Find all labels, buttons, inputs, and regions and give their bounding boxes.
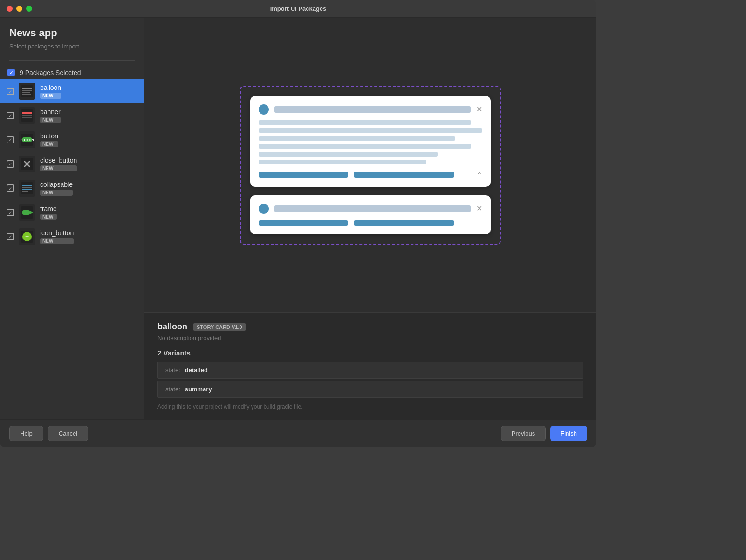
pkg-name-balloon: balloon — [40, 84, 61, 91]
card-dot — [259, 104, 269, 115]
pkg-checkbox-collapsable[interactable] — [7, 184, 14, 192]
card-footer-btn-2 — [354, 172, 454, 178]
variants-section: 2 Variants state: detailed state: summar… — [157, 349, 583, 398]
pkg-checkbox-close-button[interactable] — [7, 160, 14, 168]
detail-panel: balloon STORY CARD V1.0 No description p… — [144, 312, 596, 419]
variants-title: 2 Variants — [157, 349, 191, 357]
card-line-5 — [259, 152, 438, 157]
bottom-bar: Help Cancel Previous Finish — [0, 419, 596, 447]
package-item-frame[interactable]: frame NEW — [0, 200, 144, 225]
card-title-line-summary — [274, 205, 471, 212]
pkg-name-close-button: close_button — [40, 157, 77, 164]
card-line-1 — [259, 120, 471, 125]
package-item-close-button[interactable]: close_button NEW — [0, 152, 144, 176]
detail-pkg-name: balloon — [157, 322, 187, 332]
preview-card-detailed: ✕ ⌃ — [250, 96, 491, 187]
variant-value-2: summary — [185, 386, 212, 393]
finish-button[interactable]: Finish — [550, 426, 587, 441]
preview-card-summary: ✕ — [250, 195, 491, 234]
title-bar: Import UI Packages — [0, 0, 596, 18]
package-item-banner[interactable]: banner NEW — [0, 103, 144, 128]
pkg-icon-balloon — [19, 83, 35, 100]
preview-area: ✕ ⌃ — [144, 18, 596, 312]
card-footer-summary — [259, 220, 482, 226]
maximize-button-traffic[interactable] — [26, 6, 32, 12]
card-footer-summary-btn-2 — [354, 220, 454, 226]
sidebar-divider — [9, 60, 135, 61]
main-content: News app Select packages to import 9 Pac… — [0, 18, 596, 419]
pkg-name-frame: frame — [40, 205, 57, 212]
pkg-info-frame: frame NEW — [40, 205, 57, 220]
pkg-info-balloon: balloon NEW — [40, 84, 61, 99]
variant-value-1: detailed — [185, 367, 208, 374]
pkg-name-button: button — [40, 132, 58, 140]
card-line-6 — [259, 160, 426, 164]
pkg-badge-banner: NEW — [40, 117, 61, 123]
pkg-checkbox-button[interactable] — [7, 136, 14, 143]
close-button-traffic[interactable] — [7, 6, 13, 12]
pkg-name-banner: banner — [40, 108, 61, 116]
variants-header: 2 Variants — [157, 349, 583, 357]
pkg-checkbox-frame[interactable] — [7, 209, 14, 216]
select-all-checkbox[interactable] — [7, 69, 15, 76]
pkg-icon-banner — [19, 107, 35, 124]
card-footer-detailed: ⌃ — [259, 171, 482, 178]
variant-key-1: state: — [165, 367, 180, 374]
pkg-badge-icon-button: NEW — [40, 238, 74, 244]
card-line-4 — [259, 144, 471, 149]
detail-footer-note: Adding this to your project will modify … — [157, 403, 583, 410]
pkg-checkbox-banner[interactable] — [7, 112, 14, 119]
close-icon: ✕ — [476, 105, 482, 114]
svg-rect-8 — [22, 117, 32, 118]
package-item-button[interactable]: BUTTON button NEW — [0, 128, 144, 152]
svg-rect-16 — [22, 185, 32, 186]
pkg-info-icon-button: icon_button NEW — [40, 229, 74, 244]
svg-rect-21 — [22, 210, 30, 215]
pkg-checkbox-icon-button[interactable] — [7, 233, 14, 240]
package-item-icon-button[interactable]: + icon_button NEW — [0, 225, 144, 249]
card-lines — [259, 120, 482, 164]
pkg-info-banner: banner NEW — [40, 108, 61, 123]
svg-rect-4 — [22, 94, 31, 95]
svg-text:+: + — [25, 233, 29, 240]
svg-rect-1 — [22, 88, 32, 89]
card-header-summary: ✕ — [259, 204, 482, 214]
svg-rect-17 — [22, 187, 32, 188]
pkg-icon-button: BUTTON — [19, 131, 35, 148]
cancel-button[interactable]: Cancel — [48, 426, 88, 441]
pkg-icon-icon-button: + — [19, 228, 35, 245]
svg-rect-0 — [21, 85, 33, 97]
card-footer-summary-btn-1 — [259, 220, 348, 226]
chevron-up-icon: ⌃ — [477, 171, 482, 178]
package-list: balloon NEW banner NEW — [0, 79, 144, 419]
close-icon-summary: ✕ — [476, 204, 482, 213]
pkg-info-close-button: close_button NEW — [40, 157, 77, 171]
variant-row-detailed: state: detailed — [157, 362, 583, 379]
package-item-balloon[interactable]: balloon NEW — [0, 79, 144, 103]
help-button[interactable]: Help — [9, 426, 43, 441]
card-footer-btn-1 — [259, 172, 348, 178]
pkg-icon-collapsable — [19, 180, 35, 197]
minimize-button-traffic[interactable] — [16, 6, 22, 12]
svg-rect-19 — [22, 191, 28, 192]
card-dot-summary — [259, 204, 269, 214]
svg-rect-6 — [22, 112, 32, 114]
package-item-collapsable[interactable]: collapsable NEW — [0, 176, 144, 200]
pkg-icon-frame — [19, 204, 35, 221]
previous-button[interactable]: Previous — [501, 426, 546, 441]
card-title-line — [274, 106, 471, 113]
app-title: News app — [9, 27, 135, 39]
svg-rect-7 — [22, 115, 32, 116]
detail-badge: STORY CARD V1.0 — [193, 323, 246, 331]
traffic-lights — [7, 6, 32, 12]
pkg-info-collapsable: collapsable NEW — [40, 181, 73, 196]
svg-rect-18 — [22, 189, 32, 190]
pkg-checkbox-balloon[interactable] — [7, 88, 14, 95]
window-title: Import UI Packages — [270, 5, 327, 12]
svg-rect-3 — [22, 92, 30, 93]
bottom-left-buttons: Help Cancel — [9, 426, 88, 441]
detail-description: No description provided — [157, 335, 583, 341]
pkg-icon-close-button — [19, 156, 35, 172]
pkg-name-collapsable: collapsable — [40, 181, 73, 188]
card-header-detailed: ✕ — [259, 104, 482, 115]
